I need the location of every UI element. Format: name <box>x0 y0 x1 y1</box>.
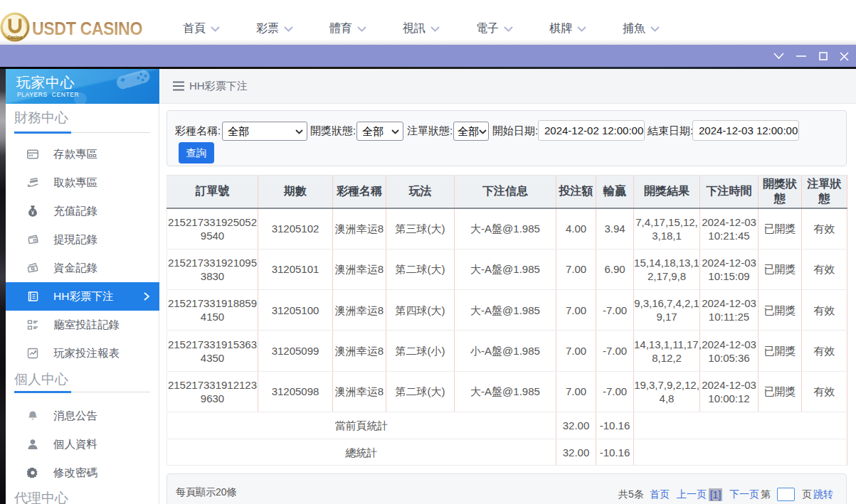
svg-text:Casino: Casino <box>8 35 23 40</box>
